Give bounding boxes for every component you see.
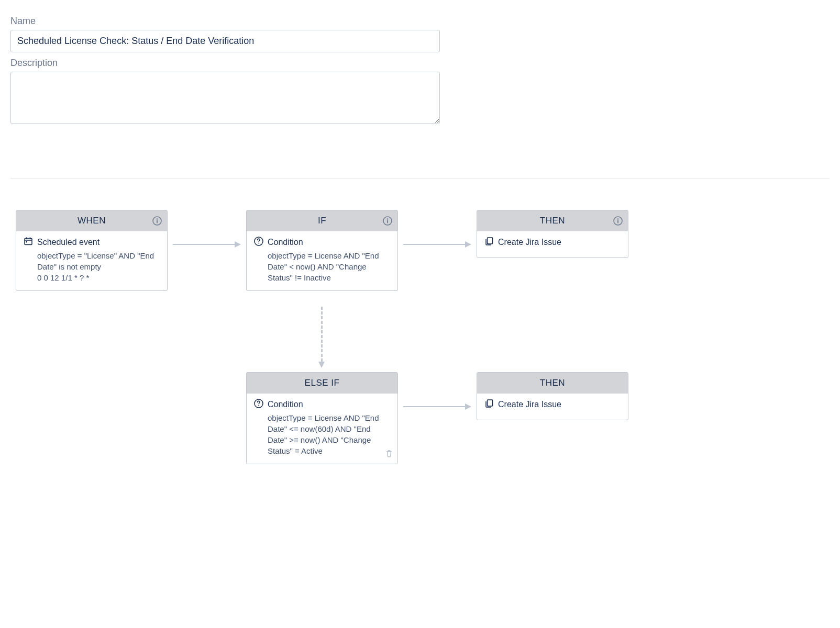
svg-rect-15 <box>617 220 618 223</box>
elseif-header: ELSE IF <box>247 373 397 394</box>
elseif-body: Condition objectType = License AND "End … <box>247 394 397 464</box>
if-node[interactable]: IF Condition objectType = License AND "E… <box>246 210 398 291</box>
when-detail-2: 0 0 12 1/1 * ? * <box>24 272 160 283</box>
when-detail-1: objectType = "License" AND "End Date" is… <box>24 250 160 272</box>
if-header-text: IF <box>318 216 326 226</box>
then-node-2[interactable]: THEN Create Jira Issue <box>477 372 628 420</box>
when-header-text: WHEN <box>78 216 106 226</box>
svg-rect-10 <box>387 220 388 223</box>
elseif-node[interactable]: ELSE IF Condition objectType = License A… <box>246 372 398 464</box>
when-node[interactable]: WHEN Scheduled event objectType = "Licen… <box>16 210 168 291</box>
elseif-title: Condition <box>268 400 303 409</box>
info-icon[interactable] <box>152 216 162 226</box>
then1-header-text: THEN <box>540 216 565 226</box>
question-icon <box>254 237 263 248</box>
svg-point-12 <box>258 243 259 244</box>
calendar-icon <box>24 237 33 248</box>
svg-rect-7 <box>26 241 28 243</box>
arrow-head-down-icon <box>318 362 325 368</box>
then2-header-text: THEN <box>540 378 565 388</box>
then1-header: THEN <box>477 210 628 231</box>
name-input[interactable] <box>10 30 440 52</box>
name-label: Name <box>10 16 440 27</box>
info-icon[interactable] <box>613 216 623 226</box>
trash-icon[interactable] <box>385 450 393 459</box>
elseif-header-text: ELSE IF <box>305 378 340 388</box>
if-detail: objectType = License AND "End Date" < no… <box>254 250 390 283</box>
then2-body: Create Jira Issue <box>477 394 628 420</box>
copy-icon <box>484 399 494 410</box>
arrow-when-to-if <box>173 244 235 245</box>
svg-rect-2 <box>157 220 158 223</box>
then-node-1[interactable]: THEN Create Jira Issue <box>477 210 628 258</box>
elseif-detail: objectType = License AND "End Date" <= n… <box>254 412 390 456</box>
if-header: IF <box>247 210 397 231</box>
then2-header: THEN <box>477 373 628 394</box>
arrow-head-icon <box>465 241 471 248</box>
svg-point-18 <box>258 405 259 406</box>
arrow-head-icon <box>465 403 471 410</box>
if-title: Condition <box>268 238 303 247</box>
if-body: Condition objectType = License AND "End … <box>247 231 397 290</box>
then1-body: Create Jira Issue <box>477 231 628 257</box>
section-divider <box>10 178 830 178</box>
form-section: Name Description <box>10 16 440 126</box>
copy-icon <box>484 237 494 248</box>
then1-title: Create Jira Issue <box>498 238 561 247</box>
svg-point-14 <box>617 218 618 219</box>
arrow-if-to-then <box>403 244 465 245</box>
arrow-if-to-elseif <box>321 307 323 362</box>
svg-point-9 <box>387 218 388 219</box>
svg-point-1 <box>157 218 158 219</box>
arrow-elseif-to-then <box>403 406 465 407</box>
info-icon[interactable] <box>383 216 392 226</box>
description-input[interactable] <box>10 72 440 124</box>
arrow-head-icon <box>235 241 241 248</box>
when-body: Scheduled event objectType = "License" A… <box>16 231 167 290</box>
then2-title: Create Jira Issue <box>498 400 561 409</box>
automation-flow: WHEN Scheduled event objectType = "Licen… <box>16 210 644 513</box>
when-title: Scheduled event <box>37 238 100 247</box>
svg-rect-16 <box>488 238 493 244</box>
svg-rect-19 <box>488 400 493 406</box>
when-header: WHEN <box>16 210 167 231</box>
svg-rect-3 <box>25 239 32 245</box>
description-label: Description <box>10 58 440 69</box>
question-icon <box>254 399 263 410</box>
